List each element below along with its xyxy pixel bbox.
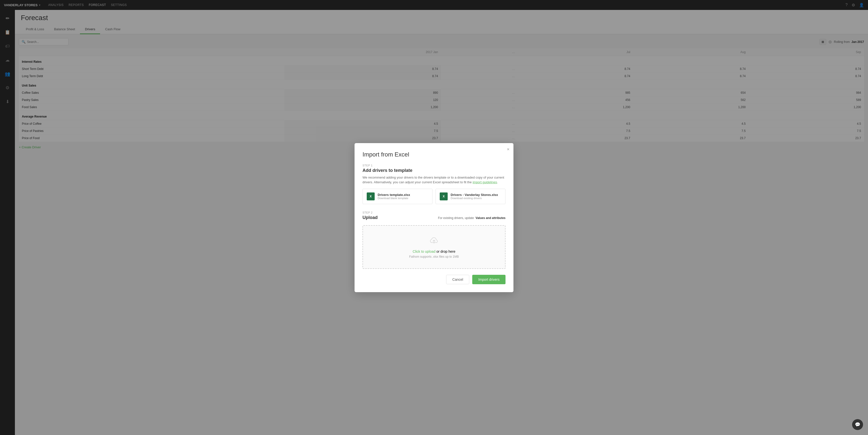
step1-desc: We recommend adding your drivers to the … xyxy=(363,175,505,185)
step2-note: For existing drivers, update Values and … xyxy=(438,216,505,220)
upload-zone[interactable]: Click to upload or drop here Fathom supp… xyxy=(363,225,505,269)
excel-icon-vanderlay: X xyxy=(440,193,448,200)
modal-footer: Cancel Import drivers xyxy=(363,275,505,284)
drivers-vanderlay-card[interactable]: X Drivers - Vanderlay Stores.xlsx Downlo… xyxy=(435,189,505,204)
cancel-button[interactable]: Cancel xyxy=(446,275,469,284)
upload-hint: Fathom supports .xlsx files up to 1MB xyxy=(368,255,500,259)
step1-desc-after: . xyxy=(497,180,498,184)
click-to-upload-link[interactable]: Click to upload xyxy=(413,249,435,254)
upload-drop-text: or drop here xyxy=(435,249,455,254)
modal-close-button[interactable]: × xyxy=(507,147,509,152)
vanderlay-card-text: Drivers - Vanderlay Stores.xlsx Download… xyxy=(451,193,498,200)
upload-cta: Click to upload or drop here xyxy=(368,249,500,254)
chat-bubble[interactable]: 💬 xyxy=(852,419,863,430)
import-guidelines-link[interactable]: import guidelines xyxy=(472,180,497,184)
modal-overlay[interactable]: × Import from Excel STEP 1 Add drivers t… xyxy=(0,0,868,435)
import-modal: × Import from Excel STEP 1 Add drivers t… xyxy=(354,143,514,292)
import-drivers-button[interactable]: Import drivers xyxy=(472,275,505,284)
step2-note-before: For existing drivers, update xyxy=(438,216,474,220)
step1-heading: Add drivers to template xyxy=(363,168,505,173)
step2-label: STEP 2 xyxy=(363,211,505,214)
step1-label: STEP 1 xyxy=(363,164,505,167)
template-card-sub: Download blank template xyxy=(378,197,410,200)
step2-section: STEP 2 Upload For existing drivers, upda… xyxy=(363,211,505,269)
drivers-template-card[interactable]: X Drivers template.xlsx Download blank t… xyxy=(363,189,433,204)
step1-section: STEP 1 Add drivers to template We recomm… xyxy=(363,164,505,204)
template-card-text: Drivers template.xlsx Download blank tem… xyxy=(378,193,410,200)
modal-title: Import from Excel xyxy=(363,151,505,158)
step2-header: Upload For existing drivers, update Valu… xyxy=(363,215,505,222)
upload-cloud-icon xyxy=(368,236,500,246)
step2-heading: Upload xyxy=(363,215,378,220)
excel-icon-template: X xyxy=(367,193,375,200)
step2-note-bold: Values and attributes xyxy=(475,216,505,220)
vanderlay-card-name: Drivers - Vanderlay Stores.xlsx xyxy=(451,193,498,197)
template-card-name: Drivers template.xlsx xyxy=(378,193,410,197)
vanderlay-card-sub: Download existing drivers xyxy=(451,197,498,200)
download-cards: X Drivers template.xlsx Download blank t… xyxy=(363,189,505,204)
